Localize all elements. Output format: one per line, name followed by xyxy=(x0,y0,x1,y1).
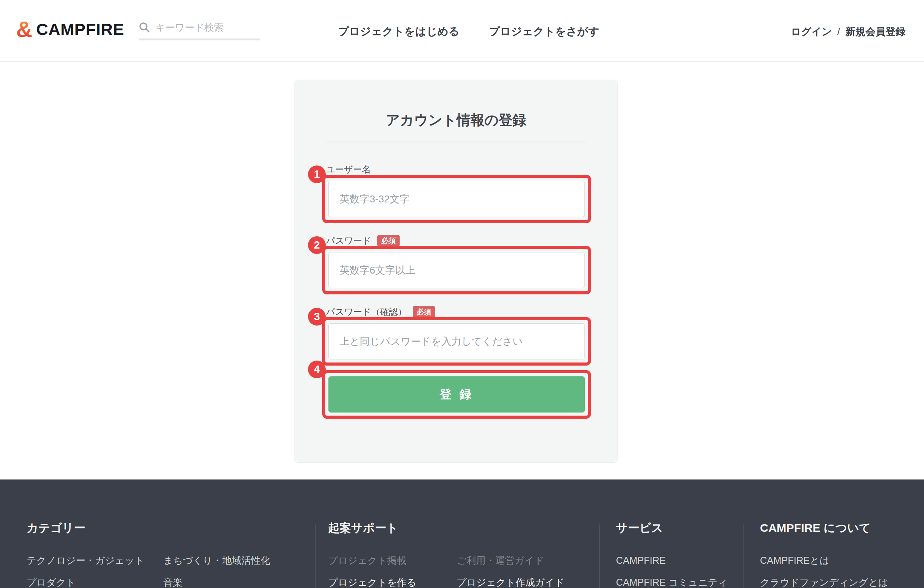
footer-link-community-dev[interactable]: まちづくり・地域活性化 xyxy=(163,554,270,566)
footer-link-product[interactable]: プロダクト xyxy=(27,576,76,588)
footer-link-music[interactable]: 音楽 xyxy=(163,576,182,588)
registration-card: アカウント情報の登録 ユーザー名 1 パスワード 必須 2 パスワード（確認） xyxy=(295,80,618,463)
footer-heading-support: 起案サポート xyxy=(328,520,398,536)
header: & CAMPFIRE プロジェクトをはじめる プロジェクトをさがす ログイン /… xyxy=(0,0,924,62)
annotation-box-4: 登 録 xyxy=(322,370,591,419)
signup-link[interactable]: 新規会員登録 xyxy=(845,25,906,38)
auth-links: ログイン / 新規会員登録 xyxy=(791,25,906,38)
footer-heading-about: CAMPFIRE について xyxy=(760,520,871,536)
username-input[interactable] xyxy=(328,181,585,217)
footer-heading-categories: カテゴリー xyxy=(27,520,85,536)
footer-divider xyxy=(315,525,316,588)
search-icon xyxy=(139,22,150,33)
footer-link-campfire[interactable]: CAMPFIRE xyxy=(616,554,666,566)
main-content: アカウント情報の登録 ユーザー名 1 パスワード 必須 2 パスワード（確認） xyxy=(0,62,924,479)
password-label: パスワード xyxy=(326,234,371,247)
username-label: ユーザー名 xyxy=(326,163,371,175)
search-box[interactable] xyxy=(139,22,260,40)
required-badge: 必須 xyxy=(413,306,435,318)
form-title: アカウント情報の登録 xyxy=(295,111,617,129)
login-link[interactable]: ログイン xyxy=(791,25,832,38)
nav-find-project[interactable]: プロジェクトをさがす xyxy=(489,25,599,38)
annotation-box-2 xyxy=(322,246,591,294)
campfire-flame-icon: & xyxy=(16,17,32,42)
username-label-row: ユーザー名 xyxy=(326,163,371,175)
footer-link-about-campfire[interactable]: CAMPFIREとは xyxy=(760,554,829,566)
footer-link-usage-guide[interactable]: ご利用・運営ガイド xyxy=(457,554,544,566)
brand-name: CAMPFIRE xyxy=(36,17,124,42)
auth-separator: / xyxy=(837,25,840,38)
annotation-box-3 xyxy=(322,317,591,366)
footer-link-campfire-community[interactable]: CAMPFIRE コミュニティ xyxy=(616,576,728,588)
required-badge: 必須 xyxy=(377,235,400,247)
password-confirm-label-row: パスワード（確認） 必須 xyxy=(326,306,435,318)
register-button[interactable]: 登 録 xyxy=(328,376,585,413)
annotation-marker-1: 1 xyxy=(308,165,326,183)
password-label-row: パスワード 必須 xyxy=(326,234,400,247)
annotation-marker-3: 3 xyxy=(308,308,326,326)
brand-logo[interactable]: & CAMPFIRE xyxy=(16,17,124,42)
footer-divider xyxy=(743,525,744,588)
annotation-marker-2: 2 xyxy=(308,236,326,254)
footer: カテゴリー テクノロジー・ガジェット プロダクト まちづくり・地域活性化 音楽 … xyxy=(0,479,924,588)
annotation-box-1 xyxy=(322,175,591,223)
page: & CAMPFIRE プロジェクトをはじめる プロジェクトをさがす ログイン /… xyxy=(0,0,924,588)
password-input[interactable] xyxy=(328,252,585,288)
search-input[interactable] xyxy=(156,22,260,33)
footer-link-creation-guide[interactable]: プロジェクト作成ガイド xyxy=(457,576,564,588)
footer-link-create-project[interactable]: プロジェクトを作る xyxy=(328,576,417,588)
password-confirm-input[interactable] xyxy=(328,323,585,359)
footer-divider xyxy=(599,525,600,588)
annotation-marker-4: 4 xyxy=(308,361,326,378)
password-confirm-label: パスワード（確認） xyxy=(326,306,407,318)
footer-link-post-project[interactable]: プロジェクト掲載 xyxy=(328,554,407,566)
nav-start-project[interactable]: プロジェクトをはじめる xyxy=(338,25,459,38)
footer-link-technology[interactable]: テクノロジー・ガジェット xyxy=(27,554,144,566)
footer-link-about-crowdfunding[interactable]: クラウドファンディングとは xyxy=(760,576,888,588)
title-divider xyxy=(326,142,586,142)
footer-heading-services: サービス xyxy=(616,520,663,536)
